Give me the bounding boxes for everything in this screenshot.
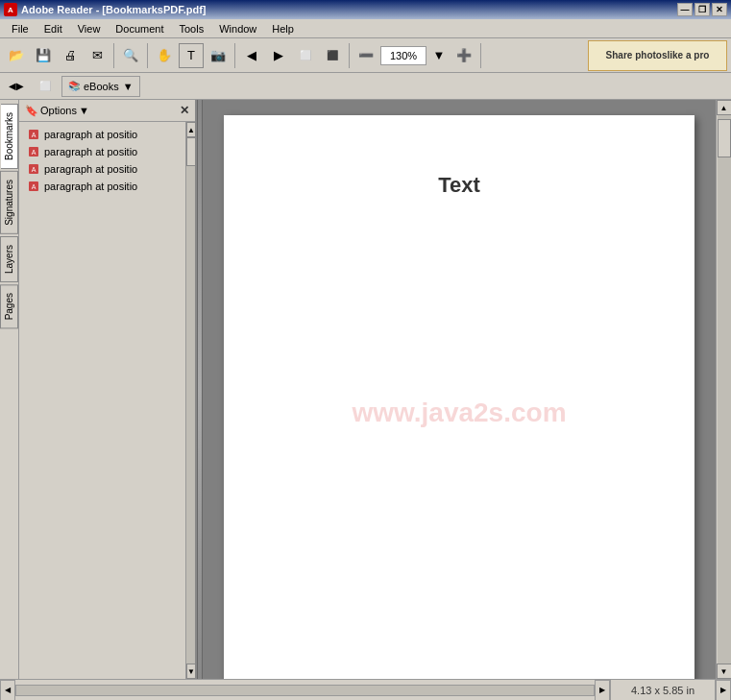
separator2 [147, 43, 148, 68]
toolbar2-btn1[interactable]: ◀▶ [4, 74, 29, 99]
print-button[interactable]: 🖨 [58, 43, 83, 68]
hscroll-left-button[interactable]: ◀ [0, 680, 15, 701]
separator3 [234, 43, 235, 68]
bookmark-item-icon: A [27, 163, 40, 175]
secondary-toolbar: ◀▶ ⬜ 📚 eBooks ▼ [0, 73, 731, 100]
separator4 [349, 43, 350, 68]
scroll-thumb[interactable] [718, 119, 731, 157]
pdf-page: Text www.java2s.com [224, 115, 694, 679]
panel-icon: 🔖 [25, 105, 38, 117]
fit-page-button[interactable]: ⬜ [293, 43, 318, 68]
menu-tools[interactable]: Tools [172, 21, 212, 36]
text-select-button[interactable]: T [179, 43, 204, 68]
titlebar-controls: — ❐ ✕ [677, 3, 727, 16]
separator1 [113, 43, 114, 68]
bookmark-item-icon: A [27, 146, 40, 157]
bookmark-item[interactable]: A paragraph at positio [19, 160, 195, 178]
zoom-in-plus-button[interactable]: ➕ [451, 43, 476, 68]
menu-window[interactable]: Window [211, 21, 264, 36]
zoom-in-button[interactable]: ▼ [428, 43, 450, 68]
scroll-track[interactable] [718, 115, 731, 664]
pdf-view-area: Text www.java2s.com [203, 100, 716, 679]
share-photos-line2: like a pro [668, 50, 710, 60]
menu-document[interactable]: Document [108, 21, 171, 36]
window-title: Adobe Reader - [BookmarksPDF.pdf] [21, 4, 207, 15]
share-photos-line1: Share photos [606, 50, 668, 60]
hscroll-far-right[interactable]: ▶ [716, 680, 731, 701]
bookmark-item[interactable]: A paragraph at positio [19, 178, 195, 195]
scroll-down-button[interactable]: ▼ [717, 664, 732, 679]
fit-width-button[interactable]: ⬛ [320, 43, 345, 68]
titlebar: A Adobe Reader - [BookmarksPDF.pdf] — ❐ … [0, 0, 731, 19]
layers-tab[interactable]: Layers [0, 236, 18, 282]
close-button[interactable]: ✕ [712, 3, 727, 16]
menubar: File Edit View Document Tools Window Hel… [0, 19, 731, 38]
save-button[interactable]: 💾 [31, 43, 56, 68]
menu-view[interactable]: View [70, 21, 109, 36]
titlebar-left: A Adobe Reader - [BookmarksPDF.pdf] [4, 3, 207, 16]
prev-page-button[interactable]: ◀ [239, 43, 264, 68]
panel-content: A paragraph at positio A paragraph at po… [19, 122, 195, 679]
scroll-up-button[interactable]: ▲ [717, 100, 732, 115]
zoom-out-button[interactable]: ➖ [353, 43, 378, 68]
separator5 [480, 43, 481, 68]
next-page-button[interactable]: ▶ [266, 43, 291, 68]
bookmark-item-icon: A [27, 181, 40, 192]
adobe-icon: A [4, 3, 17, 16]
hand-tool-button[interactable]: ✋ [152, 43, 177, 68]
pages-tab[interactable]: Pages [0, 284, 18, 328]
main-toolbar: 📂 💾 🖨 ✉ 🔍 ✋ T 📷 ◀ ▶ ⬜ ⬛ ➖ 130% ▼ ➕ Share… [0, 38, 731, 73]
pdf-content-text: Text [438, 173, 480, 198]
bookmark-item-label: paragraph at positio [44, 181, 137, 192]
bookmark-item[interactable]: A paragraph at positio [19, 126, 195, 143]
horizontal-scroll-area: ◀ ▶ [0, 680, 610, 700]
panel-header: 🔖 Options ▼ ✕ [19, 100, 195, 122]
snapshot-button[interactable]: 📷 [206, 43, 231, 68]
menu-edit[interactable]: Edit [37, 21, 70, 36]
menu-help[interactable]: Help [264, 21, 302, 36]
bookmarks-panel: 🔖 Options ▼ ✕ A paragraph at positio A [19, 100, 197, 679]
bookmark-item-label: paragraph at positio [44, 129, 137, 140]
status-bar: ◀ ▶ 4.13 x 5.85 in ▶ [0, 679, 731, 700]
search-button[interactable]: 🔍 [118, 43, 143, 68]
panel-scroll-down[interactable]: ▼ [186, 664, 195, 679]
bookmark-item-label: paragraph at positio [44, 163, 137, 175]
svg-text:A: A [32, 166, 37, 173]
panel-close-button[interactable]: ✕ [180, 104, 189, 117]
vertical-scrollbar[interactable]: ▲ ▼ [716, 100, 731, 679]
bookmark-item-icon: A [27, 129, 40, 140]
panel-scroll-thumb[interactable] [186, 137, 195, 166]
ebooks-arrow-icon: ▼ [123, 81, 134, 92]
minimize-button[interactable]: — [677, 3, 693, 16]
restore-button[interactable]: ❐ [694, 3, 710, 16]
hscroll-track[interactable] [15, 685, 595, 696]
bookmark-item[interactable]: A paragraph at positio [19, 143, 195, 160]
side-tabs: Bookmarks Signatures Layers Pages [0, 100, 19, 679]
options-button[interactable]: 🔖 Options ▼ [25, 105, 89, 117]
menu-file[interactable]: File [4, 21, 37, 36]
toolbar2-btn2[interactable]: ⬜ [33, 74, 58, 99]
ebooks-button[interactable]: 📚 eBooks ▼ [61, 76, 140, 97]
zoom-input[interactable]: 130% [380, 46, 426, 65]
svg-text:A: A [32, 132, 37, 138]
email-button[interactable]: ✉ [85, 43, 110, 68]
svg-text:A: A [32, 183, 37, 190]
panel-scrollbar[interactable]: ▲ ▼ [185, 122, 195, 679]
options-arrow-icon: ▼ [79, 105, 89, 116]
svg-text:A: A [32, 149, 37, 156]
options-label: Options [40, 105, 77, 116]
open-button[interactable]: 📂 [4, 43, 29, 68]
bookmark-item-label: paragraph at positio [44, 146, 137, 157]
bookmark-list: A paragraph at positio A paragraph at po… [19, 122, 195, 199]
zoom-group: ➖ 130% ▼ ➕ [353, 43, 476, 68]
bookmarks-tab[interactable]: Bookmarks [1, 104, 18, 169]
panel-scroll-up[interactable]: ▲ [186, 122, 195, 137]
hscroll-right-button[interactable]: ▶ [595, 680, 610, 701]
ebooks-label: eBooks [84, 81, 119, 92]
share-photos-banner[interactable]: Share photos like a pro [588, 40, 727, 71]
main-area: Bookmarks Signatures Layers Pages 🔖 Opti… [0, 100, 731, 679]
signatures-tab[interactable]: Signatures [0, 171, 18, 234]
page-size-indicator: 4.13 x 5.85 in [610, 680, 716, 700]
pdf-watermark: www.java2s.com [352, 398, 566, 428]
